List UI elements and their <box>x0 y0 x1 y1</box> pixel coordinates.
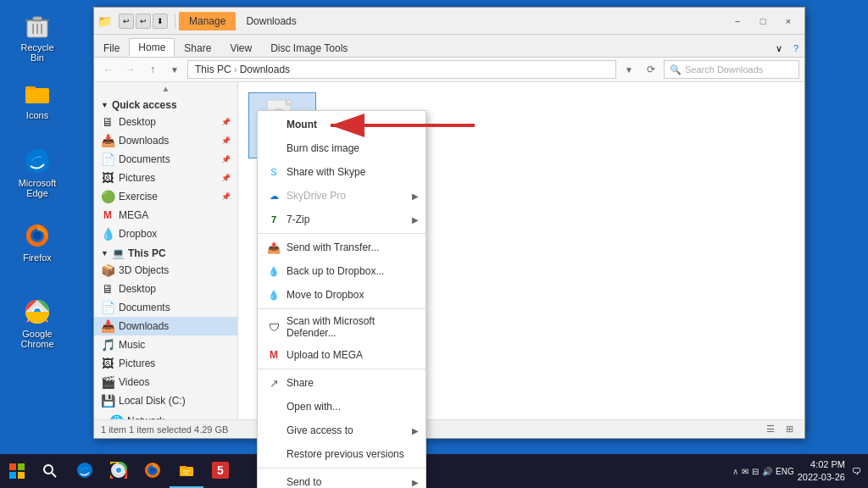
sidebar-item-downloads-pc[interactable]: 📥 Downloads <box>94 317 237 336</box>
search-box[interactable]: 🔍 Search Downloads <box>664 60 799 79</box>
cm-send-to[interactable]: Send to ▶ <box>258 470 426 488</box>
taskbar-chrome[interactable] <box>102 454 136 488</box>
pictures-qa-label: Pictures <box>119 172 221 184</box>
status-text: 1 item 1 item selected 4.29 GB <box>101 424 762 435</box>
cm-open-with-label: Open with... <box>287 401 341 413</box>
sidebar-item-mega[interactable]: M MEGA <box>94 206 237 225</box>
recent-btn[interactable]: ▼ <box>165 60 184 79</box>
svg-rect-25 <box>18 472 25 479</box>
cm-share[interactable]: ↗ Share <box>258 371 426 395</box>
start-button[interactable] <box>0 454 34 488</box>
manage-tab[interactable]: Manage <box>179 12 236 30</box>
close-btn[interactable]: × <box>776 13 801 30</box>
tab-share[interactable]: Share <box>175 39 220 57</box>
pictures-pc-icon: 🖼 <box>101 357 114 370</box>
tab-home[interactable]: Home <box>129 38 175 57</box>
cm-send-transfer[interactable]: 📤 Send with Transfer... <box>258 236 426 259</box>
sidebar-item-local-disk[interactable]: 💾 Local Disk (C:) <box>94 391 237 410</box>
svg-rect-38 <box>183 473 188 474</box>
address-dropdown[interactable]: ▼ <box>620 60 638 79</box>
desktop-icon-icons[interactable]: Icons <box>12 76 63 124</box>
sidebar-item-documents-qa[interactable]: 📄 Documents 📌 <box>94 150 237 169</box>
sidebar-item-desktop-qa[interactable]: 🖥 Desktop 📌 <box>94 113 237 131</box>
cm-move-dropbox[interactable]: 💧 Move to Dropbox <box>258 283 426 307</box>
taskbar-edge[interactable] <box>68 454 102 488</box>
sidebar-item-3d-objects[interactable]: 📦 3D Objects <box>94 261 237 280</box>
cm-restore-versions[interactable]: Restore previous versions <box>258 442 426 466</box>
sidebar-item-desktop-pc[interactable]: 🖥 Desktop <box>94 280 237 298</box>
cm-scan-defender[interactable]: 🛡 Scan with Microsoft Defender... <box>258 311 426 343</box>
refresh-btn[interactable]: ⟳ <box>642 60 660 79</box>
tab-disc-image-tools[interactable]: Disc Image Tools <box>261 39 357 57</box>
props-btn[interactable]: ⬇ <box>153 14 168 29</box>
cm-sep-2 <box>258 308 426 309</box>
tab-file[interactable]: File <box>94 39 129 57</box>
cm-backup-dropbox[interactable]: 💧 Back up to Dropbox... <box>258 259 426 283</box>
path-this-pc[interactable]: This PC <box>193 64 233 75</box>
chrome-icon <box>24 298 51 325</box>
notifications-icon[interactable]: 🗨 <box>852 466 861 476</box>
sidebar-item-exercise-qa[interactable]: 🟢 Exercise 📌 <box>94 187 237 206</box>
redo-btn[interactable]: ↩ <box>136 14 151 29</box>
minimize-btn[interactable]: − <box>725 13 750 30</box>
cm-burn-disc[interactable]: Burn disc image <box>258 136 426 160</box>
cm-skydrive-pro[interactable]: ☁ SkyDrive Pro ▶ <box>258 184 426 208</box>
sidebar-item-documents-pc[interactable]: 📄 Documents <box>94 298 237 317</box>
taskbar-explorer[interactable] <box>170 454 203 488</box>
sidebar-item-network[interactable]: ▶ 🌐 Network <box>94 412 237 419</box>
tray-speaker-icon: 🔊 <box>762 467 772 476</box>
sidebar-item-videos[interactable]: 🎬 Videos <box>94 373 237 391</box>
cm-sep-1 <box>258 233 426 234</box>
3d-objects-label: 3D Objects <box>119 264 231 276</box>
cm-transfer-icon: 📤 <box>266 240 281 255</box>
cm-scan-label: Scan with Microsoft Defender... <box>287 315 412 339</box>
exercise-qa-icon: 🟢 <box>101 190 114 203</box>
desktop-icon-recycle-bin[interactable]: Recycle Bin <box>12 8 63 66</box>
tray-time[interactable]: 4:02 PM 2022-03-26 <box>798 458 845 485</box>
sidebar-item-pictures-pc[interactable]: 🖼 Pictures <box>94 354 237 373</box>
cm-7zip-icon: 7 <box>266 212 281 227</box>
sidebar-scroll-up[interactable]: ▲ <box>94 82 237 95</box>
cm-move-dropbox-label: Move to Dropbox <box>287 289 364 301</box>
up-btn[interactable]: ↑ <box>143 60 162 79</box>
sidebar-item-music[interactable]: 🎵 Music <box>94 336 237 354</box>
taskbar-search-btn[interactable] <box>36 457 64 485</box>
large-icons-btn[interactable]: ⊞ <box>781 422 798 437</box>
slide5-icon: 5 <box>212 462 229 479</box>
sidebar-item-dropbox[interactable]: 💧 Dropbox <box>94 225 237 243</box>
cm-open-with[interactable]: Open with... <box>258 395 426 419</box>
path-downloads[interactable]: Downloads <box>238 64 292 75</box>
cm-7zip[interactable]: 7 7-Zip ▶ <box>258 208 426 231</box>
undo-btn[interactable]: ↩ <box>119 14 134 29</box>
svg-rect-6 <box>25 88 49 103</box>
cm-upload-mega[interactable]: M Upload to MEGA <box>258 343 426 367</box>
sidebar-item-downloads-qa[interactable]: 📥 Downloads 📌 <box>94 131 237 150</box>
ribbon-expand[interactable]: ∨ <box>771 40 787 57</box>
tray-expand[interactable]: ∧ <box>732 467 738 476</box>
svg-rect-7 <box>25 86 36 90</box>
taskbar-tray: ∧ ✉ ⊟ 🔊 ENG 4:02 PM 2022-03-26 🗨 <box>732 458 868 485</box>
details-view-btn[interactable]: ☰ <box>762 422 779 437</box>
address-path[interactable]: This PC › Downloads <box>187 60 616 79</box>
cm-share-skype[interactable]: S Share with Skype <box>258 160 426 184</box>
tab-view[interactable]: View <box>220 39 261 57</box>
sidebar-quick-access[interactable]: ▼ Quick access <box>94 95 237 113</box>
cm-move-dropbox-icon: 💧 <box>266 287 281 302</box>
taskbar-firefox[interactable] <box>136 454 170 488</box>
quick-access-arrow: ▼ <box>101 101 108 109</box>
help-btn[interactable]: ? <box>787 40 804 57</box>
desktop-icon-edge[interactable]: Microsoft Edge <box>12 144 63 202</box>
downloads-title: Downloads <box>236 12 306 30</box>
cm-mount[interactable]: Mount <box>258 113 426 136</box>
forward-btn[interactable]: → <box>121 60 140 79</box>
sidebar-item-pictures-qa[interactable]: 🖼 Pictures 📌 <box>94 169 237 187</box>
maximize-btn[interactable]: □ <box>750 13 776 30</box>
back-btn[interactable]: ← <box>99 60 118 79</box>
taskbar-slide5[interactable]: 5 <box>203 454 237 488</box>
path-sep-1: › <box>234 64 237 75</box>
desktop-icon-firefox[interactable]: Firefox <box>12 219 63 266</box>
desktop-icon-chrome[interactable]: Google Chrome <box>12 295 63 352</box>
dropbox-icon: 💧 <box>101 227 114 241</box>
sidebar-this-pc[interactable]: ▼ 💻 This PC <box>94 243 237 261</box>
cm-give-access[interactable]: Give access to ▶ <box>258 419 426 442</box>
